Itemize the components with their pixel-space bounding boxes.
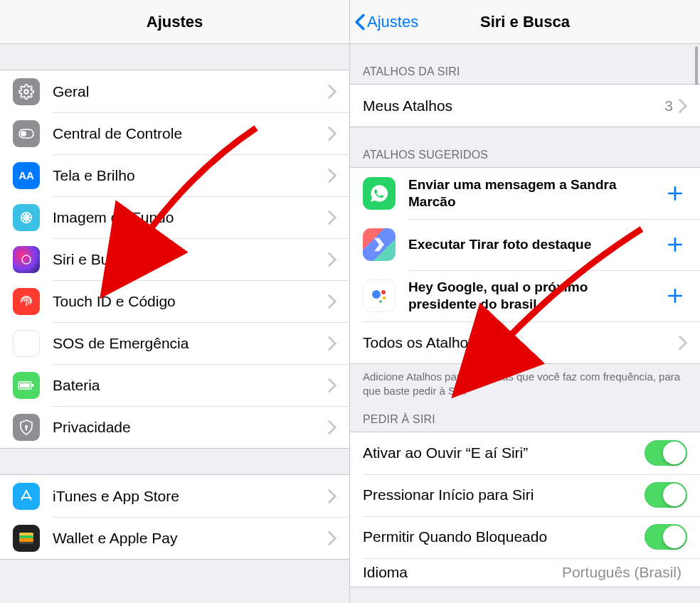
row-label: Permitir Quando Bloqueado [363,528,645,545]
google-assistant-icon [363,279,396,312]
back-button[interactable]: Ajustes [354,0,418,44]
row-label: Privacidade [53,419,328,436]
settings-row-general[interactable]: Geral [0,70,349,112]
all-shortcuts-row[interactable]: Todos os Atalhos [350,321,700,363]
svg-point-16 [381,290,386,294]
svg-point-0 [24,90,28,94]
nav-header-left: Ajustes [0,0,349,44]
shortcuts-app-icon [363,228,396,261]
settings-row-display[interactable]: AA Tela e Brilho [0,154,349,196]
toggle-switch[interactable] [645,482,687,508]
chevron-right-icon [328,294,336,309]
toggle-row-hey-siri[interactable]: Ativar ao Ouvir “E aí Siri” [350,432,700,474]
siri-icon [13,246,40,273]
row-label: Meus Atalhos [363,97,664,114]
sos-icon: SOS [13,330,40,357]
svg-rect-14 [19,538,33,542]
row-label: Central de Controle [53,125,328,142]
suggested-row-whatsapp[interactable]: Enviar uma mensagem a Sandra Marcão [350,168,700,219]
row-label: Enviar uma mensagem a Sandra Marcão [408,176,663,210]
nav-title-right: Siri e Busca [480,13,570,31]
toggle-switch[interactable] [645,440,687,466]
chevron-right-icon [328,420,336,434]
row-label: Siri e Busca [53,251,328,268]
my-shortcuts-row[interactable]: Meus Atalhos 3 [350,85,700,127]
fingerprint-icon [13,288,40,315]
chevron-right-icon [328,85,336,99]
chevron-right-icon [328,169,336,183]
battery-icon [13,372,40,399]
settings-row-wallpaper[interactable]: Imagem de Fundo [0,196,349,238]
settings-row-touchid[interactable]: Touch ID e Código [0,280,349,322]
chevron-right-icon [328,489,336,503]
svg-point-17 [383,297,386,299]
toggle-switch[interactable] [645,524,687,550]
settings-row-privacy[interactable]: Privacidade [0,406,349,448]
toggle-row-allow-locked[interactable]: Permitir Quando Bloqueado [350,516,700,558]
my-shortcuts-group: Meus Atalhos 3 [350,84,700,127]
row-label: iTunes e App Store [53,488,328,505]
gear-icon [13,78,40,105]
chevron-right-icon [328,378,336,393]
row-label: Ativar ao Ouvir “E aí Siri” [363,444,645,461]
svg-rect-10 [26,427,27,430]
svg-point-5 [22,255,31,264]
chevron-right-icon [328,531,336,545]
wallet-icon [13,525,40,552]
svg-point-18 [379,300,382,303]
row-label: Bateria [53,377,328,394]
suggested-footer: Adicione Atalhos para as coisas que você… [350,364,700,403]
section-header-suggested: ATALHOS SUGERIDOS [350,127,700,167]
ask-siri-group: Ativar ao Ouvir “E aí Siri” Pressionar I… [350,432,700,587]
nav-title-left: Ajustes [147,13,203,31]
language-row[interactable]: Idioma Português (Brasil) [350,558,700,587]
chevron-right-icon [328,336,336,351]
settings-row-battery[interactable]: Bateria [0,364,349,406]
row-label: Tela e Brilho [53,167,328,184]
settings-pane: Ajustes Geral Central de Controle AA Tel… [0,0,350,603]
row-label: Imagem de Fundo [53,209,328,226]
row-label: Pressionar Início para Siri [363,486,645,503]
svg-rect-7 [20,383,30,388]
section-header-ask-siri: PEDIR À SIRI [350,403,700,432]
chevron-right-icon [328,210,336,225]
settings-group-1: Geral Central de Controle AA Tela e Bril… [0,70,349,449]
row-label: Wallet e Apple Pay [53,530,328,547]
section-header-shortcuts: ATALHOS DA SIRI [350,44,700,84]
row-label: Todos os Atalhos [363,334,679,351]
language-value: Português (Brasil) [562,564,682,581]
chevron-right-icon [328,252,336,267]
row-label: Executar Tirar foto destaque [408,236,663,253]
appstore-icon [13,483,40,510]
settings-row-appstore[interactable]: iTunes e App Store [0,475,349,517]
row-label: Geral [53,83,328,100]
nav-header-right: Ajustes Siri e Busca [350,0,700,44]
row-label: SOS de Emergência [53,335,328,352]
row-label: Hey Google, qual o próximo presidente do… [408,279,663,313]
suggested-group: Enviar uma mensagem a Sandra Marcão Exec… [350,167,700,364]
my-shortcuts-count: 3 [664,97,673,114]
settings-row-siri[interactable]: Siri e Busca [0,238,349,280]
add-shortcut-button[interactable] [663,233,687,257]
suggested-row-google-assistant[interactable]: Hey Google, qual o próximo presidente do… [350,270,700,321]
display-icon: AA [13,162,40,189]
siri-pane: Ajustes Siri e Busca ATALHOS DA SIRI Meu… [350,0,700,603]
settings-row-control-center[interactable]: Central de Controle [0,112,349,154]
wallpaper-icon [13,204,40,231]
add-shortcut-button[interactable] [663,181,687,206]
add-shortcut-button[interactable] [663,284,687,308]
settings-row-wallet[interactable]: Wallet e Apple Pay [0,517,349,559]
svg-rect-8 [32,384,34,387]
chevron-right-icon [679,336,687,350]
row-label: Idioma [363,564,562,581]
row-label: Touch ID e Código [53,293,328,310]
settings-row-sos[interactable]: SOS SOS de Emergência [0,322,349,364]
privacy-icon [13,414,40,441]
toggle-row-press-home[interactable]: Pressionar Início para Siri [350,474,700,516]
chevron-right-icon [328,127,336,141]
control-center-icon [13,120,40,147]
suggested-row-shortcuts[interactable]: Executar Tirar foto destaque [350,219,700,270]
settings-group-2: iTunes e App Store Wallet e Apple Pay [0,474,349,560]
svg-point-2 [21,131,26,137]
back-label: Ajustes [367,13,418,31]
